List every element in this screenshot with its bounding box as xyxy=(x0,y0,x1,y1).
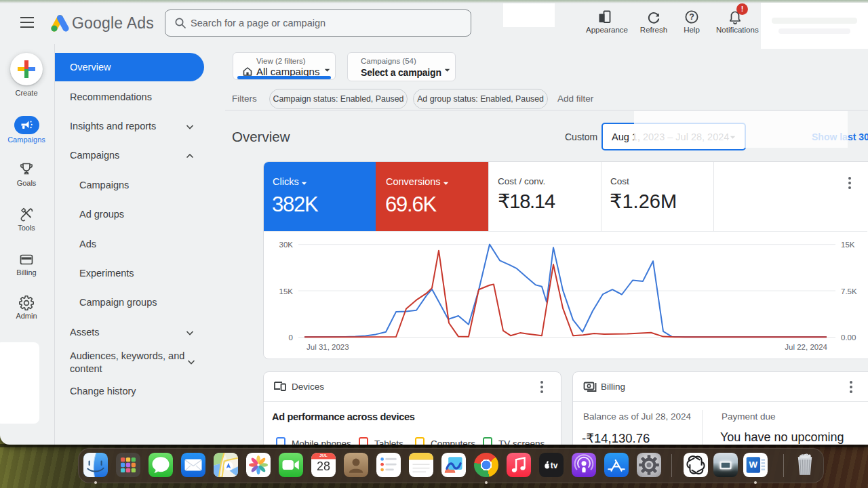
svg-text:15K: 15K xyxy=(279,287,294,296)
svg-text:Jul 22, 2024: Jul 22, 2024 xyxy=(785,343,827,351)
svg-text:?: ? xyxy=(689,12,694,22)
svg-text:tv: tv xyxy=(551,461,558,470)
svg-text:Jul 31, 2023: Jul 31, 2023 xyxy=(307,343,349,351)
svg-text:0: 0 xyxy=(289,333,293,342)
svg-text:0.00: 0.00 xyxy=(841,333,856,342)
svg-text:15K: 15K xyxy=(841,241,855,249)
svg-text:30K: 30K xyxy=(279,241,294,249)
svg-text:7.5K: 7.5K xyxy=(841,287,857,296)
